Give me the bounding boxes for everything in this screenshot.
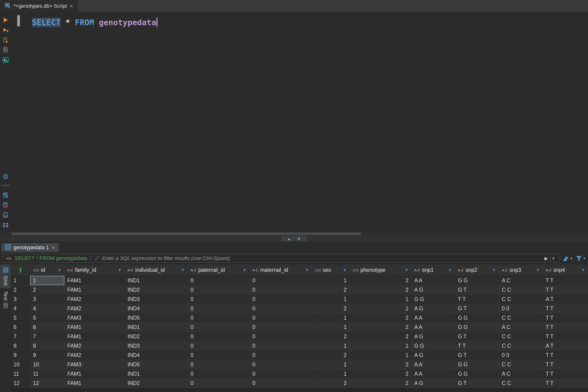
compare-list-icon[interactable] xyxy=(2,222,10,229)
tab-grid[interactable]: Grid xyxy=(0,264,11,288)
cell-phenotype[interactable]: 1 xyxy=(350,341,411,350)
cell-maternal_id[interactable]: 0 xyxy=(250,378,312,388)
cell-maternal_id[interactable]: 0 xyxy=(250,322,312,332)
pane-splitter[interactable]: ▲ ▼ xyxy=(0,236,588,242)
cell-snp4[interactable]: A T xyxy=(543,341,588,350)
cell-snp1[interactable]: A A xyxy=(411,276,455,285)
cell-snp3[interactable]: A C xyxy=(499,322,543,332)
column-header-paternal_id[interactable]: A-Zpaternal_id▼ xyxy=(188,264,250,276)
cell-sex[interactable]: 2 xyxy=(312,350,350,360)
cell-snp3[interactable]: C C xyxy=(499,360,543,369)
cell-snp4[interactable]: A T xyxy=(543,294,588,304)
cell-maternal_id[interactable]: 0 xyxy=(250,304,312,313)
cell-paternal_id[interactable]: 0 xyxy=(188,332,250,341)
cell-maternal_id[interactable]: 0 xyxy=(250,369,312,378)
cell-phenotype[interactable]: 2 xyxy=(350,360,411,369)
cell-id[interactable]: 11 xyxy=(30,369,64,378)
row-number[interactable]: 3 xyxy=(11,294,30,304)
cell-snp1[interactable]: A A xyxy=(411,360,455,369)
cell-phenotype[interactable]: 2 xyxy=(350,369,411,378)
tab-text[interactable]: Text xyxy=(0,288,11,312)
cell-snp4[interactable]: T T xyxy=(543,313,588,322)
cell-individual_id[interactable]: IND5 xyxy=(124,360,188,369)
cell-sex[interactable]: 2 xyxy=(312,378,350,388)
terminal-icon[interactable] xyxy=(2,56,10,64)
close-icon[interactable]: × xyxy=(52,244,55,251)
row-number[interactable]: 7 xyxy=(11,332,30,341)
cell-family_id[interactable]: FAM2 xyxy=(64,294,124,304)
cell-snp2[interactable]: G T xyxy=(455,285,499,294)
cell-individual_id[interactable]: IND2 xyxy=(124,378,188,388)
cell-snp2[interactable]: G G xyxy=(455,369,499,378)
cell-sex[interactable]: 2 xyxy=(312,332,350,341)
cell-individual_id[interactable]: IND4 xyxy=(124,304,188,313)
cell-id[interactable]: 1 xyxy=(30,276,64,285)
sql-code-editor[interactable]: SELECT * FROM genotypedata xyxy=(22,12,588,232)
row-number[interactable]: 11 xyxy=(11,369,30,378)
row-number[interactable]: 5 xyxy=(11,313,30,322)
column-header-maternal_id[interactable]: A-Zmaternal_id▼ xyxy=(250,264,312,276)
cell-id[interactable]: 6 xyxy=(30,322,64,332)
expand-filter-icon[interactable]: ⤢ xyxy=(95,256,99,261)
cell-snp3[interactable]: C C xyxy=(499,378,543,388)
cell-sex[interactable]: 1 xyxy=(312,313,350,322)
cell-phenotype[interactable]: 2 xyxy=(350,313,411,322)
column-header-sex[interactable]: 123sex▼ xyxy=(312,264,350,276)
cell-id[interactable]: 12 xyxy=(30,378,64,388)
cell-snp2[interactable]: T T xyxy=(455,341,499,350)
cell-id[interactable]: 8 xyxy=(30,341,64,350)
cell-id[interactable]: 10 xyxy=(30,360,64,369)
apply-filter-icon[interactable]: ▶ xyxy=(544,256,548,261)
cell-snp4[interactable]: T T xyxy=(543,276,588,285)
drag-handle-icon[interactable]: ••••• xyxy=(1,183,10,187)
cell-snp4[interactable]: T T xyxy=(543,369,588,378)
cell-sex[interactable]: 1 xyxy=(312,360,350,369)
filter-input[interactable]: <> SELECT * FROM genotypedata | ⤢ Enter … xyxy=(3,254,559,263)
column-header-snp4[interactable]: A-Zsnp4▼ xyxy=(543,264,588,276)
cell-phenotype[interactable]: 1 xyxy=(350,304,411,313)
cell-snp1[interactable]: A A xyxy=(411,313,455,322)
sort-dropdown-icon[interactable]: ▼ xyxy=(118,268,122,272)
cell-maternal_id[interactable]: 0 xyxy=(250,360,312,369)
cell-family_id[interactable]: FAM1 xyxy=(64,369,124,378)
export-doc-icon[interactable] xyxy=(2,192,10,199)
cell-maternal_id[interactable]: 0 xyxy=(250,276,312,285)
cell-individual_id[interactable]: IND3 xyxy=(124,294,188,304)
cell-paternal_id[interactable]: 0 xyxy=(188,350,250,360)
cell-snp2[interactable]: G T xyxy=(455,332,499,341)
sort-dropdown-icon[interactable]: ▼ xyxy=(305,268,309,272)
cell-snp2[interactable]: G G xyxy=(455,313,499,322)
splitter-collapse-control[interactable]: ▲ ▼ xyxy=(282,236,306,241)
editor-horizontal-scrollbar[interactable] xyxy=(0,232,588,236)
cell-snp3[interactable]: 0 0 xyxy=(499,350,543,360)
column-header-snp2[interactable]: A-Zsnp2▼ xyxy=(455,264,499,276)
row-number[interactable]: 8 xyxy=(11,341,30,350)
cell-individual_id[interactable]: IND3 xyxy=(124,341,188,350)
cell-sex[interactable]: 1 xyxy=(312,369,350,378)
cell-snp3[interactable]: 0 0 xyxy=(499,304,543,313)
cell-maternal_id[interactable]: 0 xyxy=(250,294,312,304)
sort-dropdown-icon[interactable]: ▼ xyxy=(404,268,408,272)
collapse-down-icon[interactable]: ▼ xyxy=(297,236,301,241)
cell-snp3[interactable]: C C xyxy=(499,332,543,341)
cell-snp2[interactable]: T T xyxy=(455,294,499,304)
row-number[interactable]: 12 xyxy=(11,378,30,388)
cell-snp3[interactable]: A C xyxy=(499,369,543,378)
cell-snp3[interactable]: C C xyxy=(499,341,543,350)
cell-snp1[interactable]: A G xyxy=(411,378,455,388)
cell-snp4[interactable]: T T xyxy=(543,360,588,369)
cell-paternal_id[interactable]: 0 xyxy=(188,369,250,378)
cell-snp4[interactable]: T T xyxy=(543,350,588,360)
cell-phenotype[interactable]: 1 xyxy=(350,294,411,304)
cell-family_id[interactable]: FAM2 xyxy=(64,350,124,360)
cell-phenotype[interactable]: 2 xyxy=(350,322,411,332)
result-grid[interactable]: 123id▼A-Zfamily_id▼A-Zindividual_id▼A-Zp… xyxy=(11,264,588,392)
execute-statement-icon[interactable] xyxy=(2,16,10,24)
cell-snp3[interactable]: C C xyxy=(499,285,543,294)
row-number[interactable]: 4 xyxy=(11,304,30,313)
cell-snp2[interactable]: G T xyxy=(455,378,499,388)
cell-id[interactable]: 7 xyxy=(30,332,64,341)
cell-snp1[interactable]: A G xyxy=(411,304,455,313)
cell-phenotype[interactable]: 2 xyxy=(350,276,411,285)
cell-snp1[interactable]: A G xyxy=(411,285,455,294)
